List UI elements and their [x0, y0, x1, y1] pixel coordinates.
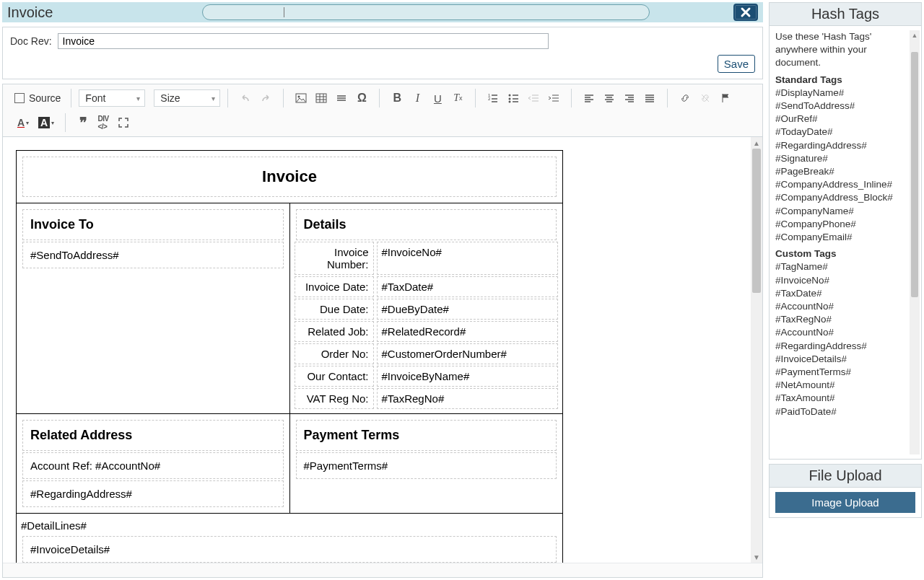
details-row: Invoice Number:#InvoiceNo#: [295, 242, 559, 275]
invoice-to-value: #SendToAddress#: [29, 247, 277, 263]
hashtag-item[interactable]: #PageBreak#: [775, 165, 905, 178]
details-rows: Invoice Number:#InvoiceNo#Invoice Date:#…: [295, 242, 559, 409]
payment-terms-heading: Payment Terms: [302, 425, 551, 446]
editor-scrollbar[interactable]: ▲ ▼: [751, 137, 762, 563]
invoice-layout-table: Invoice Invoice To #SendToAddress# Detai…: [16, 150, 563, 563]
hashtag-item[interactable]: #RegardingAddress#: [775, 139, 905, 152]
align-center-button[interactable]: [599, 89, 619, 107]
font-select[interactable]: Font: [79, 89, 145, 107]
undo-icon: [240, 92, 251, 104]
details-label: VAT Reg No:: [295, 388, 374, 409]
hashtag-item[interactable]: #AccountNo#: [775, 300, 905, 313]
indent-button[interactable]: [544, 89, 564, 107]
table-button[interactable]: [311, 89, 331, 107]
fileupload-panel-title: File Upload: [770, 465, 921, 488]
hashtag-item[interactable]: #RegardingAddress#: [775, 340, 905, 353]
details-value: #CustomerOrderNumber#: [377, 343, 559, 364]
div-button[interactable]: DIV</>: [93, 113, 113, 132]
docrev-bar: Doc Rev: Save: [2, 27, 763, 79]
hashtag-item[interactable]: #InvoiceDetails#: [775, 353, 905, 366]
hashtag-item[interactable]: #SendToAddress#: [775, 100, 905, 113]
hashtag-item[interactable]: #TaxRegNo#: [775, 313, 905, 326]
details-row: Related Job:#RelatedRecord#: [295, 321, 559, 342]
anchor-button[interactable]: [715, 89, 736, 107]
image-upload-button[interactable]: Image Upload: [775, 492, 915, 513]
outdent-button[interactable]: [523, 89, 544, 107]
bullet-list-button[interactable]: [503, 89, 523, 107]
hashtags-panel-title: Hash Tags: [770, 3, 921, 26]
details-label: Due Date:: [295, 299, 374, 320]
svg-text:2: 2: [488, 97, 491, 101]
size-select[interactable]: Size: [154, 89, 220, 107]
close-button[interactable]: [733, 4, 758, 21]
hashtag-item[interactable]: #OurRef#: [775, 113, 905, 126]
unlink-button[interactable]: [695, 89, 715, 107]
hashtag-item[interactable]: #TaxAmount#: [775, 392, 905, 405]
link-button[interactable]: [675, 89, 695, 107]
hashtag-item[interactable]: #InvoiceNo#: [775, 274, 905, 287]
specialchar-button[interactable]: Ω: [352, 89, 372, 107]
align-justify-button[interactable]: [640, 89, 660, 107]
hr-icon: [336, 92, 347, 104]
editor-canvas[interactable]: Invoice Invoice To #SendToAddress# Detai…: [3, 137, 751, 563]
close-icon: [740, 6, 751, 18]
align-center-icon: [603, 92, 615, 104]
hashtags-panel: Hash Tags Use these 'Hash Tags' anywhere…: [769, 2, 922, 460]
detail-lines-marker: #DetailLines#: [21, 517, 558, 535]
quote-button[interactable]: ❞: [73, 113, 93, 132]
svg-point-6: [509, 98, 511, 100]
editor-statusbar: [3, 563, 762, 577]
hashtag-item[interactable]: #Signature#: [775, 152, 905, 165]
hashtag-item[interactable]: #PaidToDate#: [775, 405, 905, 418]
details-row: Due Date:#DueByDate#: [295, 299, 559, 320]
details-label: Invoice Date:: [295, 276, 374, 297]
numbered-list-button[interactable]: 12: [483, 89, 503, 107]
hashtag-item[interactable]: #DisplayName#: [775, 87, 905, 100]
related-address-line2: #RegardingAddress#: [29, 485, 277, 502]
maximize-button[interactable]: [113, 113, 134, 132]
hashtags-scrollbar[interactable]: ▲: [910, 30, 920, 454]
bgcolor-button[interactable]: A▾: [35, 113, 58, 132]
save-button[interactable]: Save: [718, 55, 755, 73]
search-input-pill[interactable]: [202, 4, 650, 20]
align-right-icon: [624, 92, 635, 104]
underline-button[interactable]: U: [427, 89, 448, 107]
hashtag-item[interactable]: #TagName#: [775, 260, 905, 273]
docrev-input[interactable]: [58, 33, 549, 49]
page-title: Invoice: [7, 4, 195, 21]
italic-button[interactable]: I: [407, 89, 427, 107]
svg-point-7: [509, 101, 511, 103]
source-toggle[interactable]: Source: [12, 92, 64, 104]
image-button[interactable]: [291, 89, 311, 107]
details-label: Our Contact:: [295, 366, 374, 387]
details-label: Related Job:: [295, 321, 374, 342]
align-left-button[interactable]: [579, 89, 599, 107]
redo-button[interactable]: [256, 89, 276, 107]
details-heading: Details: [302, 214, 551, 235]
indent-icon: [548, 92, 559, 104]
hashtag-item[interactable]: #CompanyName#: [775, 205, 905, 218]
hashtag-item[interactable]: #PaymentTerms#: [775, 366, 905, 379]
hashtag-item[interactable]: #NetAmount#: [775, 379, 905, 392]
numbered-list-icon: 12: [487, 92, 499, 104]
bold-button[interactable]: B: [387, 89, 407, 107]
hashtag-item[interactable]: #CompanyAddress_Block#: [775, 191, 905, 204]
hr-button[interactable]: [331, 89, 352, 107]
title-bar: Invoice: [2, 2, 763, 22]
svg-rect-2: [316, 94, 326, 102]
hashtag-item[interactable]: #BalanceDue#: [775, 418, 905, 420]
textcolor-button[interactable]: A▾: [12, 113, 35, 132]
hashtag-item[interactable]: #CompanyEmail#: [775, 231, 905, 244]
unlink-icon: [699, 92, 711, 104]
hashtag-item[interactable]: #AccountNo#: [775, 326, 905, 339]
details-value: #InvoiceNo#: [377, 242, 559, 275]
doc-title: Invoice: [29, 162, 550, 192]
align-right-button[interactable]: [619, 89, 640, 107]
hashtag-item[interactable]: #TaxDate#: [775, 287, 905, 300]
undo-button[interactable]: [235, 89, 256, 107]
hashtag-item[interactable]: #CompanyAddress_Inline#: [775, 178, 905, 191]
svg-point-5: [509, 95, 511, 97]
hashtag-item[interactable]: #TodayDate#: [775, 126, 905, 139]
clearformat-button[interactable]: Tx: [448, 89, 468, 107]
hashtag-item[interactable]: #CompanyPhone#: [775, 218, 905, 231]
